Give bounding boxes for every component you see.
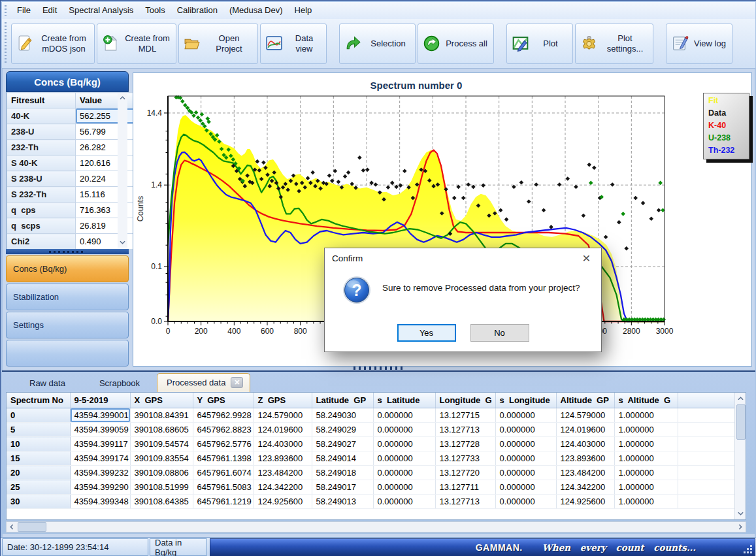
fitresult-name[interactable]: S 238-U — [7, 171, 76, 187]
data-cell[interactable]: 123.484200 — [556, 466, 614, 480]
scroll-up-icon[interactable] — [118, 93, 127, 103]
row-header-cell[interactable]: 0 — [7, 408, 70, 423]
view-log-button[interactable]: View log — [666, 24, 732, 64]
column-header-s-longitude[interactable]: s Longitude — [495, 393, 556, 408]
column-header-x-gps[interactable]: X GPS — [130, 393, 193, 408]
data-cell[interactable]: 13.127711 — [435, 480, 495, 495]
sidebar-item-stabilization[interactable]: Stabilization — [6, 284, 129, 310]
data-cell[interactable]: 1.000000 — [614, 408, 678, 423]
data-cell[interactable]: 0.000000 — [495, 451, 556, 466]
data-cell[interactable]: 0.000000 — [373, 451, 435, 466]
tab-close-icon[interactable]: ✕ — [231, 377, 243, 388]
data-cell[interactable]: 6457961.6074 — [193, 466, 254, 480]
data-cell[interactable]: 124.342200 — [556, 480, 614, 495]
scroll-right-icon[interactable] — [735, 522, 746, 532]
data-cell[interactable]: 390109.54574 — [130, 437, 193, 451]
data-cell[interactable]: 390108.84391 — [130, 408, 193, 423]
row-header-cell[interactable]: 10 — [7, 437, 70, 451]
yes-button[interactable]: Yes — [397, 324, 456, 342]
menu-item-edit[interactable]: Edit — [37, 2, 63, 19]
data-cell[interactable]: 6457962.9928 — [193, 408, 254, 423]
data-cell[interactable]: 58.249018 — [312, 466, 373, 480]
menu-item-help[interactable]: Help — [289, 2, 318, 19]
data-cell[interactable]: 124.019600 — [556, 423, 614, 437]
data-cell[interactable]: 6457962.5776 — [193, 437, 254, 451]
create-from-mdos-json-button[interactable]: Create from mDOS json — [11, 24, 95, 64]
data-cell[interactable]: 123.893600 — [556, 451, 614, 466]
data-cell[interactable]: 0.000000 — [495, 437, 556, 451]
scroll-left-icon[interactable] — [7, 522, 17, 532]
data-cell[interactable]: 1.000000 — [614, 480, 678, 495]
scroll-down-icon[interactable] — [118, 237, 127, 248]
fitresult-name[interactable]: S 40-K — [7, 155, 76, 171]
data-cell[interactable]: 124.925600 — [556, 495, 614, 509]
menu-item-file[interactable]: File — [11, 2, 37, 19]
fitresult-name[interactable]: 40-K — [7, 108, 76, 124]
column-header-z-gps[interactable]: Z GPS — [254, 393, 312, 408]
data-cell[interactable]: 1.000000 — [614, 495, 678, 509]
fitresult-name[interactable]: 238-U — [7, 124, 76, 140]
data-cell[interactable]: 58.249030 — [312, 408, 373, 423]
data-cell[interactable]: 13.127720 — [435, 466, 495, 480]
data-cell[interactable]: 124.019600 — [254, 423, 312, 437]
data-cell[interactable]: 58.249027 — [312, 437, 373, 451]
column-header-y-gps[interactable]: Y GPS — [193, 393, 254, 408]
data-cell[interactable]: 0.000000 — [495, 466, 556, 480]
menu-item-tools[interactable]: Tools — [139, 2, 171, 19]
data-cell[interactable]: 43594.399059 — [70, 423, 130, 437]
data-cell[interactable]: 43594.399232 — [70, 466, 130, 480]
data-cell[interactable]: 124.403000 — [556, 437, 614, 451]
data-view-button[interactable]: Data view — [260, 24, 327, 64]
data-cell[interactable]: 58.249017 — [312, 480, 373, 495]
create-from-mdl-button[interactable]: Create from MDL — [97, 24, 176, 64]
column-header-altitude-gp[interactable]: Altitude GP — [556, 393, 614, 408]
sidebar-item-concs-bq-kg[interactable]: Concs (Bq/kg) — [6, 255, 129, 282]
data-cell[interactable]: 13.127713 — [435, 423, 495, 437]
row-header-cell[interactable]: 25 — [7, 480, 70, 495]
horizontal-splitter[interactable] — [353, 367, 404, 370]
data-cell[interactable]: 390108.64385 — [130, 495, 193, 509]
fitresult-name[interactable]: S 232-Th — [7, 187, 76, 203]
data-cell[interactable]: 1.000000 — [614, 437, 678, 451]
selection-button[interactable]: Selection — [339, 24, 416, 64]
data-cell[interactable]: 124.925600 — [254, 495, 312, 509]
data-cell[interactable]: 13.127728 — [435, 437, 495, 451]
data-cell[interactable]: 124.579000 — [254, 408, 312, 423]
data-cell[interactable]: 390109.83554 — [130, 451, 193, 466]
data-cell[interactable]: 13.127715 — [435, 408, 495, 423]
data-cell[interactable]: 1.000000 — [614, 451, 678, 466]
data-cell[interactable]: 0.000000 — [373, 423, 435, 437]
data-cell[interactable]: 1.000000 — [614, 423, 678, 437]
column-header-longitude-g[interactable]: Longitude G — [435, 393, 495, 408]
row-header-cell[interactable]: 15 — [7, 451, 70, 466]
data-cell[interactable]: 0.000000 — [373, 437, 435, 451]
tab-raw-data[interactable]: Raw data — [12, 375, 82, 392]
data-cell[interactable]: 0.000000 — [373, 480, 435, 495]
scroll-up-icon[interactable] — [735, 393, 746, 404]
plot-button[interactable]: Plot — [506, 24, 573, 64]
data-cell[interactable]: 1.000000 — [614, 466, 678, 480]
data-cell[interactable]: 43594.399348 — [70, 495, 130, 509]
data-cell[interactable]: 6457961.1398 — [193, 451, 254, 466]
fitresult-scrollbar[interactable] — [118, 93, 127, 248]
data-cell[interactable]: 124.342200 — [254, 480, 312, 495]
data-cell[interactable]: 13.127713 — [435, 495, 495, 509]
data-cell[interactable]: 6457961.5083 — [193, 480, 254, 495]
process-all-button[interactable]: Process all — [418, 24, 494, 64]
open-project-button[interactable]: Open Project — [178, 24, 258, 64]
data-cell[interactable]: 6457961.1219 — [193, 495, 254, 509]
left-panel-splitter[interactable] — [6, 249, 129, 254]
grid-horizontal-scrollbar[interactable] — [6, 521, 746, 532]
dialog-close-icon[interactable]: × — [572, 248, 601, 267]
data-cell[interactable]: 0.000000 — [495, 480, 556, 495]
fitresult-name[interactable]: Chi2 — [7, 234, 76, 250]
column-header-latitude-gp[interactable]: Latitude GP — [312, 393, 373, 408]
data-cell[interactable]: 43594.399001 — [70, 408, 130, 423]
data-cell[interactable]: 13.127733 — [435, 451, 495, 466]
data-cell[interactable]: 0.000000 — [373, 408, 435, 423]
grid-vertical-scrollbar[interactable] — [734, 393, 746, 519]
data-cell[interactable]: 0.000000 — [495, 495, 556, 509]
menu-item-calibration[interactable]: Calibration — [171, 2, 223, 19]
column-header-spectrum-no[interactable]: Spectrum No — [7, 393, 70, 408]
tab-scrapbook[interactable]: Scrapbook — [82, 375, 157, 392]
